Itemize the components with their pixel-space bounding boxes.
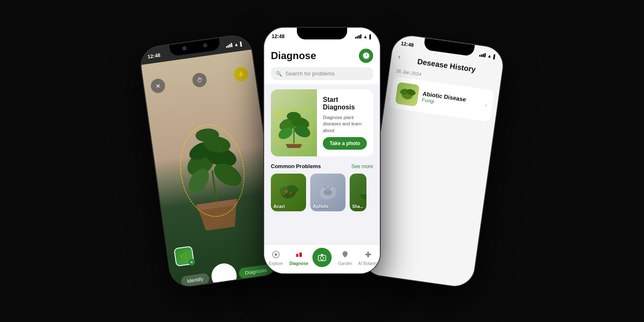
aphids-svg <box>315 180 340 205</box>
history-item-image <box>395 82 420 107</box>
acari-label: Acari <box>273 204 285 209</box>
see-more-link[interactable]: See more <box>351 164 373 169</box>
svg-point-26 <box>290 192 292 195</box>
plant-svg <box>160 90 262 239</box>
svg-point-37 <box>275 253 277 256</box>
nav-diagnose[interactable]: Diagnose <box>287 249 310 266</box>
history-plant-svg <box>398 85 417 104</box>
ai-botanist-icon <box>363 249 374 260</box>
card-content: Start Diagnosis Diagnose plant diseases … <box>317 89 373 156</box>
explore-icon <box>270 249 281 260</box>
history-item-text: Abiotic Disease Fungi <box>421 90 481 111</box>
status-icons-center: ▲ ▌ <box>355 34 372 39</box>
plant-preview <box>145 74 278 254</box>
time-center: 12:48 <box>272 34 285 39</box>
shutter-button[interactable] <box>210 262 239 289</box>
chevron-right-icon: › <box>484 101 488 109</box>
phone-right: 12:48 ▲ ▌ ‹ Desease History 26 Jan 2024 <box>360 33 506 289</box>
clock-icon: 🕐 <box>362 52 370 60</box>
search-icon: 🔍 <box>276 71 282 77</box>
diagnose-title-row: Diagnose 🕐 <box>271 49 373 63</box>
svg-rect-38 <box>296 254 299 257</box>
ai-botanist-label: AI Botanist <box>358 261 378 266</box>
notch-camera <box>203 43 208 48</box>
svg-rect-42 <box>321 254 323 256</box>
take-photo-button[interactable]: Take a photo <box>323 137 367 150</box>
diagnose-icon <box>293 249 304 260</box>
notch-center <box>297 28 347 39</box>
diagnose-label: Diagnose <box>289 261 308 266</box>
explore-label: Explore <box>269 261 283 266</box>
time-left: 12:48 <box>147 52 161 60</box>
notch-sensor <box>182 46 187 51</box>
camera-view: ✕ ⏱ ⚡ <box>141 49 284 289</box>
nav-garden[interactable]: Garden <box>334 249 357 266</box>
wifi-right: ▲ <box>487 53 492 59</box>
bottom-nav: Explore Diagnose Garden <box>264 244 380 273</box>
sha-svg <box>355 180 366 205</box>
card-title: Start Diagnosis <box>323 96 367 111</box>
acari-svg <box>276 180 301 205</box>
nav-ai-botanist[interactable]: AI Botanist <box>357 249 380 266</box>
svg-marker-11 <box>286 144 302 148</box>
svg-point-41 <box>320 257 324 260</box>
problem-card-acari[interactable]: Acari <box>271 174 306 211</box>
add-badge: + <box>188 258 195 266</box>
battery-right: ▌ <box>493 54 497 59</box>
card-description: Diagnose plant diseases and learn about <box>323 114 367 134</box>
history-screen: ‹ Desease History 26 Jan 2024 Abiotic Di… <box>361 49 503 288</box>
identify-tab[interactable]: Identify <box>181 273 210 287</box>
signal-icon <box>226 43 232 48</box>
svg-rect-39 <box>299 252 302 257</box>
status-icons-left: ▲ ▌ <box>226 41 243 49</box>
nav-explore[interactable]: Explore <box>264 249 287 266</box>
svg-point-35 <box>358 186 366 195</box>
timer-icon-circle[interactable]: ⏱ <box>192 72 208 88</box>
garden-label: Garden <box>338 261 352 266</box>
shutter-inner <box>212 264 236 288</box>
sha-label: Sha... <box>352 204 364 209</box>
common-problems-section: Common Problems See more <box>264 161 380 216</box>
diagnose-header: Diagnose 🕐 🔍 Search for problems <box>264 44 380 84</box>
aphids-label: Aphids <box>313 204 328 209</box>
signal-center <box>355 34 361 39</box>
section-header: Common Problems See more <box>271 163 373 169</box>
history-button[interactable]: 🕐 <box>359 49 373 63</box>
diagnosis-card: Start Diagnosis Diagnose plant diseases … <box>271 89 373 156</box>
phone-center: 12:48 ▲ ▌ Diagnose 🕐 🔍 <box>263 27 381 274</box>
status-icons-right: ▲ ▌ <box>479 52 497 60</box>
common-problems-title: Common Problems <box>271 163 321 169</box>
search-bar[interactable]: 🔍 Search for problems <box>271 67 373 80</box>
flash-icon-circle[interactable]: ⚡ <box>233 66 249 82</box>
problems-grid: Acari <box>271 174 373 211</box>
problem-card-sha[interactable]: Sha... <box>350 174 366 211</box>
svg-point-27 <box>283 194 284 195</box>
time-right: 12:48 <box>400 41 414 48</box>
camera-center-icon <box>312 248 332 267</box>
wifi-center: ▲ <box>363 34 368 39</box>
signal-right <box>479 52 486 57</box>
problem-card-aphids[interactable]: Aphids <box>310 174 345 211</box>
battery-icon: ▌ <box>240 41 244 46</box>
garden-icon <box>340 249 351 260</box>
phones-container: 12:48 ▲ ▌ ✕ ⏱ ⚡ <box>133 14 511 308</box>
svg-rect-44 <box>365 254 371 255</box>
svg-point-31 <box>326 187 330 191</box>
phone-left: 12:48 ▲ ▌ ✕ ⏱ ⚡ <box>138 33 284 289</box>
wifi-icon: ▲ <box>234 42 239 47</box>
svg-point-25 <box>285 190 288 193</box>
gallery-thumbnail[interactable]: 🌿 + <box>174 246 195 267</box>
close-button[interactable]: ✕ <box>150 78 166 94</box>
card-plant-svg <box>273 98 315 148</box>
search-placeholder-text: Search for problems <box>286 70 335 77</box>
nav-camera-center[interactable] <box>310 248 333 267</box>
card-plant-deco <box>271 89 317 156</box>
card-plant-image <box>271 89 317 156</box>
battery-center: ▌ <box>369 34 372 39</box>
diagnose-page-title: Diagnose <box>271 50 316 62</box>
